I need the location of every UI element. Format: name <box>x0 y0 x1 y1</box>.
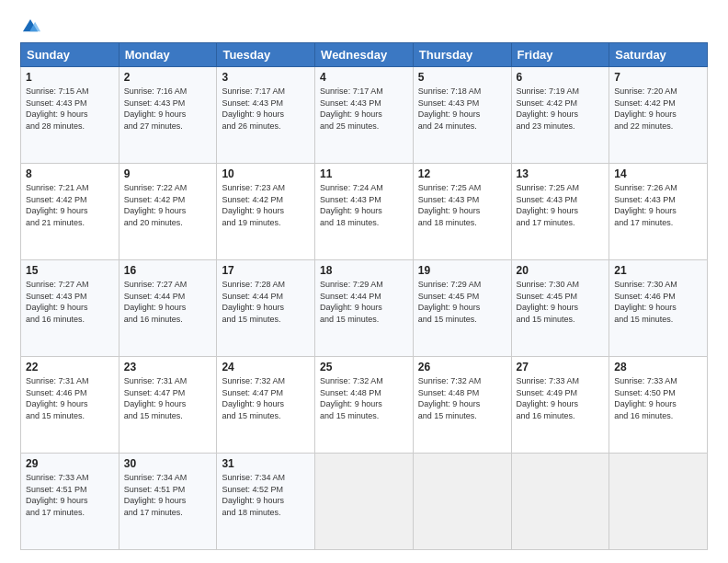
logo-icon <box>20 17 40 37</box>
day-number: 3 <box>222 71 310 84</box>
day-number: 8 <box>26 167 114 180</box>
table-row: 26Sunrise: 7:32 AM Sunset: 4:48 PM Dayli… <box>413 357 511 454</box>
day-number: 12 <box>418 167 506 180</box>
table-row: 29Sunrise: 7:33 AM Sunset: 4:51 PM Dayli… <box>21 454 119 550</box>
table-row: 13Sunrise: 7:25 AM Sunset: 4:43 PM Dayli… <box>511 164 609 260</box>
table-row: 20Sunrise: 7:30 AM Sunset: 4:45 PM Dayli… <box>511 260 609 357</box>
day-info: Sunrise: 7:28 AM Sunset: 4:44 PM Dayligh… <box>222 279 310 325</box>
day-info: Sunrise: 7:27 AM Sunset: 4:43 PM Dayligh… <box>26 279 114 325</box>
table-row <box>511 454 609 550</box>
table-row: 14Sunrise: 7:26 AM Sunset: 4:43 PM Dayli… <box>609 164 708 260</box>
day-number: 29 <box>26 457 114 470</box>
day-number: 26 <box>418 361 506 373</box>
day-info: Sunrise: 7:32 AM Sunset: 4:47 PM Dayligh… <box>222 375 310 421</box>
day-info: Sunrise: 7:22 AM Sunset: 4:42 PM Dayligh… <box>124 182 212 228</box>
col-friday: Friday <box>511 43 609 67</box>
day-number: 28 <box>614 361 702 373</box>
day-number: 4 <box>320 71 408 84</box>
day-number: 1 <box>26 71 114 84</box>
table-row: 10Sunrise: 7:23 AM Sunset: 4:42 PM Dayli… <box>217 164 315 260</box>
day-number: 10 <box>222 167 310 180</box>
table-row: 27Sunrise: 7:33 AM Sunset: 4:49 PM Dayli… <box>511 357 609 454</box>
day-number: 18 <box>320 264 408 277</box>
page: Sunday Monday Tuesday Wednesday Thursday… <box>0 0 728 563</box>
day-number: 31 <box>222 457 310 470</box>
table-row: 17Sunrise: 7:28 AM Sunset: 4:44 PM Dayli… <box>217 260 315 357</box>
table-row <box>609 454 708 550</box>
day-number: 23 <box>124 361 212 373</box>
week-row: 15Sunrise: 7:27 AM Sunset: 4:43 PM Dayli… <box>21 260 708 357</box>
day-info: Sunrise: 7:33 AM Sunset: 4:49 PM Dayligh… <box>517 375 605 421</box>
logo <box>20 17 44 37</box>
day-info: Sunrise: 7:32 AM Sunset: 4:48 PM Dayligh… <box>320 375 408 421</box>
table-row: 3Sunrise: 7:17 AM Sunset: 4:43 PM Daylig… <box>217 67 315 164</box>
day-number: 5 <box>418 71 506 84</box>
calendar-header: Sunday Monday Tuesday Wednesday Thursday… <box>21 43 708 67</box>
day-info: Sunrise: 7:26 AM Sunset: 4:43 PM Dayligh… <box>614 182 702 228</box>
week-row: 22Sunrise: 7:31 AM Sunset: 4:46 PM Dayli… <box>21 357 708 454</box>
day-info: Sunrise: 7:34 AM Sunset: 4:51 PM Dayligh… <box>124 472 212 518</box>
table-row: 7Sunrise: 7:20 AM Sunset: 4:42 PM Daylig… <box>609 67 708 164</box>
day-info: Sunrise: 7:23 AM Sunset: 4:42 PM Dayligh… <box>222 182 310 228</box>
day-info: Sunrise: 7:33 AM Sunset: 4:51 PM Dayligh… <box>26 472 114 518</box>
day-number: 24 <box>222 361 310 373</box>
col-saturday: Saturday <box>609 43 708 67</box>
day-info: Sunrise: 7:24 AM Sunset: 4:43 PM Dayligh… <box>320 182 408 228</box>
table-row: 12Sunrise: 7:25 AM Sunset: 4:43 PM Dayli… <box>413 164 511 260</box>
day-number: 11 <box>320 167 408 180</box>
table-row: 5Sunrise: 7:18 AM Sunset: 4:43 PM Daylig… <box>413 67 511 164</box>
calendar: Sunday Monday Tuesday Wednesday Thursday… <box>20 42 708 550</box>
col-wednesday: Wednesday <box>315 43 414 67</box>
day-info: Sunrise: 7:25 AM Sunset: 4:43 PM Dayligh… <box>517 182 605 228</box>
col-monday: Monday <box>119 43 217 67</box>
header-row: Sunday Monday Tuesday Wednesday Thursday… <box>21 43 708 67</box>
top-section <box>20 17 708 37</box>
table-row: 1Sunrise: 7:15 AM Sunset: 4:43 PM Daylig… <box>21 67 119 164</box>
table-row: 25Sunrise: 7:32 AM Sunset: 4:48 PM Dayli… <box>315 357 414 454</box>
table-row: 8Sunrise: 7:21 AM Sunset: 4:42 PM Daylig… <box>21 164 119 260</box>
day-info: Sunrise: 7:20 AM Sunset: 4:42 PM Dayligh… <box>614 86 702 132</box>
table-row: 2Sunrise: 7:16 AM Sunset: 4:43 PM Daylig… <box>119 67 217 164</box>
day-number: 27 <box>517 361 605 373</box>
week-row: 29Sunrise: 7:33 AM Sunset: 4:51 PM Dayli… <box>21 454 708 550</box>
day-number: 30 <box>124 457 212 470</box>
day-number: 13 <box>517 167 605 180</box>
day-number: 16 <box>124 264 212 277</box>
table-row: 15Sunrise: 7:27 AM Sunset: 4:43 PM Dayli… <box>21 260 119 357</box>
day-number: 7 <box>614 71 702 84</box>
day-number: 19 <box>418 264 506 277</box>
table-row: 22Sunrise: 7:31 AM Sunset: 4:46 PM Dayli… <box>21 357 119 454</box>
day-number: 14 <box>614 167 702 180</box>
logo-area <box>20 17 44 37</box>
table-row: 31Sunrise: 7:34 AM Sunset: 4:52 PM Dayli… <box>217 454 315 550</box>
day-number: 22 <box>26 361 114 373</box>
day-info: Sunrise: 7:18 AM Sunset: 4:43 PM Dayligh… <box>418 86 506 132</box>
table-row: 16Sunrise: 7:27 AM Sunset: 4:44 PM Dayli… <box>119 260 217 357</box>
table-row <box>413 454 511 550</box>
day-number: 9 <box>124 167 212 180</box>
day-info: Sunrise: 7:25 AM Sunset: 4:43 PM Dayligh… <box>418 182 506 228</box>
day-number: 17 <box>222 264 310 277</box>
day-number: 15 <box>26 264 114 277</box>
day-number: 25 <box>320 361 408 373</box>
day-info: Sunrise: 7:31 AM Sunset: 4:46 PM Dayligh… <box>26 375 114 421</box>
day-number: 21 <box>614 264 702 277</box>
table-row: 30Sunrise: 7:34 AM Sunset: 4:51 PM Dayli… <box>119 454 217 550</box>
day-info: Sunrise: 7:17 AM Sunset: 4:43 PM Dayligh… <box>222 86 310 132</box>
day-info: Sunrise: 7:19 AM Sunset: 4:42 PM Dayligh… <box>517 86 605 132</box>
day-number: 20 <box>517 264 605 277</box>
calendar-body: 1Sunrise: 7:15 AM Sunset: 4:43 PM Daylig… <box>21 67 708 550</box>
col-tuesday: Tuesday <box>217 43 315 67</box>
day-info: Sunrise: 7:16 AM Sunset: 4:43 PM Dayligh… <box>124 86 212 132</box>
table-row: 19Sunrise: 7:29 AM Sunset: 4:45 PM Dayli… <box>413 260 511 357</box>
col-sunday: Sunday <box>21 43 119 67</box>
day-info: Sunrise: 7:29 AM Sunset: 4:45 PM Dayligh… <box>418 279 506 325</box>
table-row: 9Sunrise: 7:22 AM Sunset: 4:42 PM Daylig… <box>119 164 217 260</box>
table-row: 4Sunrise: 7:17 AM Sunset: 4:43 PM Daylig… <box>315 67 414 164</box>
table-row <box>315 454 414 550</box>
day-info: Sunrise: 7:30 AM Sunset: 4:46 PM Dayligh… <box>614 279 702 325</box>
day-info: Sunrise: 7:30 AM Sunset: 4:45 PM Dayligh… <box>517 279 605 325</box>
table-row: 23Sunrise: 7:31 AM Sunset: 4:47 PM Dayli… <box>119 357 217 454</box>
day-number: 2 <box>124 71 212 84</box>
day-info: Sunrise: 7:34 AM Sunset: 4:52 PM Dayligh… <box>222 472 310 518</box>
